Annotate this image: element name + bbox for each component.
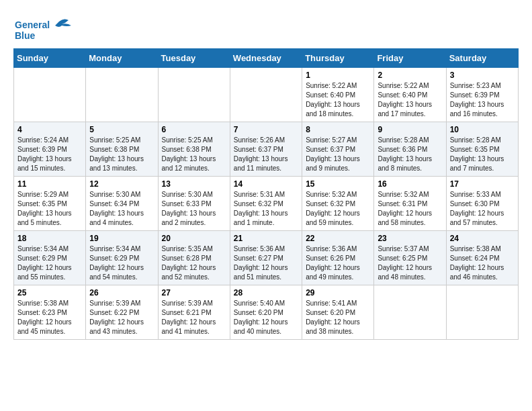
calendar-week-1: 1Sunrise: 5:22 AM Sunset: 6:40 PM Daylig…	[14, 68, 519, 122]
calendar-cell: 12Sunrise: 5:30 AM Sunset: 6:34 PM Dayli…	[86, 177, 158, 231]
days-header-row: SundayMondayTuesdayWednesdayThursdayFrid…	[14, 49, 519, 68]
day-number: 28	[234, 288, 298, 298]
day-header-wednesday: Wednesday	[230, 49, 302, 68]
calendar-week-4: 18Sunrise: 5:34 AM Sunset: 6:29 PM Dayli…	[14, 231, 519, 285]
day-number: 22	[306, 234, 370, 243]
day-detail: Sunrise: 5:28 AM Sunset: 6:35 PM Dayligh…	[450, 136, 515, 173]
day-number: 1	[306, 71, 370, 80]
day-detail: Sunrise: 5:30 AM Sunset: 6:34 PM Dayligh…	[89, 190, 154, 228]
calendar-cell: 27Sunrise: 5:39 AM Sunset: 6:21 PM Dayli…	[158, 285, 230, 340]
day-header-saturday: Saturday	[446, 49, 518, 68]
day-detail: Sunrise: 5:24 AM Sunset: 6:39 PM Dayligh…	[17, 136, 82, 173]
calendar-cell: 6Sunrise: 5:25 AM Sunset: 6:38 PM Daylig…	[158, 122, 230, 177]
calendar-week-5: 25Sunrise: 5:38 AM Sunset: 6:23 PM Dayli…	[14, 285, 519, 340]
day-detail: Sunrise: 5:40 AM Sunset: 6:20 PM Dayligh…	[234, 299, 298, 336]
calendar-cell	[14, 68, 86, 122]
day-header-tuesday: Tuesday	[158, 49, 230, 68]
day-number: 25	[17, 288, 82, 298]
day-detail: Sunrise: 5:38 AM Sunset: 6:24 PM Dayligh…	[450, 244, 515, 282]
calendar-cell: 8Sunrise: 5:27 AM Sunset: 6:37 PM Daylig…	[302, 122, 374, 177]
calendar-cell	[230, 68, 302, 122]
calendar-cell: 1Sunrise: 5:22 AM Sunset: 6:40 PM Daylig…	[302, 68, 374, 122]
calendar-cell: 26Sunrise: 5:39 AM Sunset: 6:22 PM Dayli…	[86, 285, 158, 340]
calendar-cell: 7Sunrise: 5:26 AM Sunset: 6:37 PM Daylig…	[230, 122, 302, 177]
day-number: 18	[17, 234, 82, 243]
calendar-table: SundayMondayTuesdayWednesdayThursdayFrid…	[13, 48, 519, 340]
calendar-cell: 11Sunrise: 5:29 AM Sunset: 6:35 PM Dayli…	[14, 177, 86, 231]
logo: General Blue	[13, 16, 74, 48]
svg-text:Blue: Blue	[15, 30, 36, 41]
day-detail: Sunrise: 5:29 AM Sunset: 6:35 PM Dayligh…	[17, 190, 82, 228]
day-detail: Sunrise: 5:26 AM Sunset: 6:37 PM Dayligh…	[234, 136, 298, 173]
day-number: 8	[306, 125, 370, 134]
calendar-cell	[158, 68, 230, 122]
calendar-cell: 9Sunrise: 5:28 AM Sunset: 6:36 PM Daylig…	[374, 122, 446, 177]
calendar-cell: 13Sunrise: 5:30 AM Sunset: 6:33 PM Dayli…	[158, 177, 230, 231]
day-number: 2	[378, 71, 442, 80]
day-detail: Sunrise: 5:31 AM Sunset: 6:32 PM Dayligh…	[234, 190, 298, 228]
day-number: 6	[162, 125, 226, 134]
day-detail: Sunrise: 5:38 AM Sunset: 6:23 PM Dayligh…	[17, 299, 82, 336]
day-detail: Sunrise: 5:32 AM Sunset: 6:31 PM Dayligh…	[378, 190, 442, 228]
calendar-cell: 24Sunrise: 5:38 AM Sunset: 6:24 PM Dayli…	[446, 231, 518, 285]
day-number: 9	[378, 125, 442, 134]
calendar-cell: 25Sunrise: 5:38 AM Sunset: 6:23 PM Dayli…	[14, 285, 86, 340]
day-detail: Sunrise: 5:37 AM Sunset: 6:25 PM Dayligh…	[378, 244, 442, 282]
day-detail: Sunrise: 5:39 AM Sunset: 6:22 PM Dayligh…	[89, 299, 154, 336]
calendar-cell: 19Sunrise: 5:34 AM Sunset: 6:29 PM Dayli…	[86, 231, 158, 285]
day-number: 10	[450, 125, 515, 134]
calendar-cell: 28Sunrise: 5:40 AM Sunset: 6:20 PM Dayli…	[230, 285, 302, 340]
day-number: 19	[89, 234, 154, 243]
day-detail: Sunrise: 5:22 AM Sunset: 6:40 PM Dayligh…	[306, 81, 370, 119]
calendar-cell: 29Sunrise: 5:41 AM Sunset: 6:20 PM Dayli…	[302, 285, 374, 340]
calendar-cell	[86, 68, 158, 122]
day-number: 14	[234, 179, 298, 189]
calendar-week-2: 4Sunrise: 5:24 AM Sunset: 6:39 PM Daylig…	[14, 122, 519, 177]
day-number: 29	[306, 288, 370, 298]
day-header-friday: Friday	[374, 49, 446, 68]
day-detail: Sunrise: 5:32 AM Sunset: 6:32 PM Dayligh…	[306, 190, 370, 228]
day-detail: Sunrise: 5:25 AM Sunset: 6:38 PM Dayligh…	[89, 136, 154, 173]
day-number: 13	[162, 179, 226, 189]
svg-text:General: General	[15, 19, 50, 30]
day-detail: Sunrise: 5:22 AM Sunset: 6:40 PM Dayligh…	[378, 81, 442, 119]
day-detail: Sunrise: 5:34 AM Sunset: 6:29 PM Dayligh…	[89, 244, 154, 282]
day-detail: Sunrise: 5:28 AM Sunset: 6:36 PM Dayligh…	[378, 136, 442, 173]
day-detail: Sunrise: 5:30 AM Sunset: 6:33 PM Dayligh…	[162, 190, 226, 228]
calendar-cell	[446, 285, 518, 340]
calendar-cell: 20Sunrise: 5:35 AM Sunset: 6:28 PM Dayli…	[158, 231, 230, 285]
day-number: 24	[450, 234, 515, 243]
calendar-cell: 17Sunrise: 5:33 AM Sunset: 6:30 PM Dayli…	[446, 177, 518, 231]
day-number: 23	[378, 234, 442, 243]
day-number: 11	[17, 179, 82, 189]
day-detail: Sunrise: 5:41 AM Sunset: 6:20 PM Dayligh…	[306, 299, 370, 336]
calendar-cell: 2Sunrise: 5:22 AM Sunset: 6:40 PM Daylig…	[374, 68, 446, 122]
day-header-monday: Monday	[86, 49, 158, 68]
day-detail: Sunrise: 5:36 AM Sunset: 6:27 PM Dayligh…	[234, 244, 298, 282]
calendar-cell: 14Sunrise: 5:31 AM Sunset: 6:32 PM Dayli…	[230, 177, 302, 231]
day-number: 20	[162, 234, 226, 243]
day-number: 26	[89, 288, 154, 298]
day-number: 27	[162, 288, 226, 298]
calendar-cell: 16Sunrise: 5:32 AM Sunset: 6:31 PM Dayli…	[374, 177, 446, 231]
calendar-cell: 18Sunrise: 5:34 AM Sunset: 6:29 PM Dayli…	[14, 231, 86, 285]
day-number: 16	[378, 179, 442, 189]
calendar-cell: 15Sunrise: 5:32 AM Sunset: 6:32 PM Dayli…	[302, 177, 374, 231]
calendar-cell: 10Sunrise: 5:28 AM Sunset: 6:35 PM Dayli…	[446, 122, 518, 177]
calendar-week-3: 11Sunrise: 5:29 AM Sunset: 6:35 PM Dayli…	[14, 177, 519, 231]
day-number: 4	[17, 125, 82, 134]
day-detail: Sunrise: 5:34 AM Sunset: 6:29 PM Dayligh…	[17, 244, 82, 282]
day-number: 5	[89, 125, 154, 134]
day-number: 3	[450, 71, 515, 80]
day-header-sunday: Sunday	[14, 49, 86, 68]
calendar-cell: 5Sunrise: 5:25 AM Sunset: 6:38 PM Daylig…	[86, 122, 158, 177]
day-number: 17	[450, 179, 515, 189]
day-detail: Sunrise: 5:39 AM Sunset: 6:21 PM Dayligh…	[162, 299, 226, 336]
calendar-cell: 3Sunrise: 5:23 AM Sunset: 6:39 PM Daylig…	[446, 68, 518, 122]
day-number: 12	[89, 179, 154, 189]
day-detail: Sunrise: 5:33 AM Sunset: 6:30 PM Dayligh…	[450, 190, 515, 228]
day-header-thursday: Thursday	[302, 49, 374, 68]
day-number: 7	[234, 125, 298, 134]
day-detail: Sunrise: 5:36 AM Sunset: 6:26 PM Dayligh…	[306, 244, 370, 282]
day-detail: Sunrise: 5:23 AM Sunset: 6:39 PM Dayligh…	[450, 81, 515, 119]
